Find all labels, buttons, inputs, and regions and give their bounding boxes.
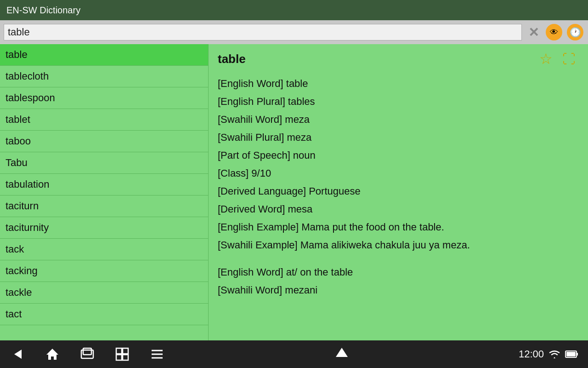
home-icon (45, 347, 59, 361)
star-outline-icon: ☆ (539, 50, 553, 68)
svg-rect-4 (116, 348, 122, 354)
main-content: tabletableclothtablespoontablettabooTabu… (0, 44, 588, 340)
svg-marker-1 (46, 349, 58, 360)
app-title: EN-SW Dictionary (6, 5, 80, 16)
search-bar: ✕ 👁 🕐 (0, 20, 588, 44)
word-list-item[interactable]: taboo (0, 131, 208, 152)
definition-line: [Swahili Word] mezani (218, 281, 579, 299)
battery-icon (565, 349, 579, 359)
back-icon (11, 347, 24, 361)
recents-icon (79, 347, 95, 361)
expand-button[interactable]: ⛶ (559, 49, 579, 69)
definition-panel: table ☆ ⛶ [English Word] table[English P… (209, 44, 588, 340)
word-list-item[interactable]: Tabu (0, 152, 208, 174)
menu-button[interactable] (149, 346, 165, 362)
grid-button[interactable] (114, 346, 130, 362)
clear-button[interactable]: ✕ (525, 23, 542, 41)
nav-bar: 12:00 (0, 340, 588, 368)
definition-lines2: [English Word] at/ on the table[Swahili … (218, 263, 579, 299)
word-list-item[interactable]: taciturn (0, 196, 208, 217)
grid-icon (115, 347, 129, 361)
back-button[interactable] (9, 346, 26, 362)
word-list-item[interactable]: table (0, 44, 208, 66)
definition-line: [Class] 9/10 (218, 164, 579, 182)
definition-line: [Swahili Word] meza (218, 110, 579, 128)
title-bar: EN-SW Dictionary (0, 0, 588, 20)
definition-line: [English Example] Mama put the food on t… (218, 218, 579, 236)
svg-rect-6 (116, 355, 122, 360)
word-list: tabletableclothtablespoontablettabooTabu… (0, 44, 209, 340)
definition-line: [English Plural] tables (218, 92, 579, 110)
nav-center (334, 346, 350, 363)
word-list-item[interactable]: tabulation (0, 174, 208, 196)
definition-line: [Derived Language] Portuguese (218, 182, 579, 200)
word-list-item[interactable]: taciturnity (0, 217, 208, 239)
definition-line: [English Word] table (218, 75, 579, 92)
eye-button[interactable]: 👁 (545, 23, 563, 41)
definition-gap (218, 254, 579, 263)
svg-rect-14 (566, 352, 576, 356)
eye-icon: 👁 (546, 24, 562, 40)
definition-line: [Derived Word] mesa (218, 200, 579, 218)
clock-button[interactable]: 🕐 (566, 23, 584, 41)
word-list-item[interactable]: tablet (0, 109, 208, 131)
word-list-item[interactable]: tackle (0, 282, 208, 304)
svg-rect-5 (123, 348, 128, 354)
home-button[interactable] (44, 346, 61, 362)
def-icons: ☆ ⛶ (536, 49, 579, 69)
svg-rect-7 (123, 355, 128, 360)
word-list-item[interactable]: tablecloth (0, 66, 208, 87)
word-list-item[interactable]: tacking (0, 260, 208, 282)
time-display: 12:00 (519, 348, 544, 360)
up-button[interactable] (334, 346, 350, 363)
word-list-item[interactable]: tact (0, 304, 208, 325)
word-list-item[interactable]: tack (0, 239, 208, 260)
nav-left (9, 346, 165, 362)
nav-right: 12:00 (519, 348, 579, 360)
recents-button[interactable] (79, 346, 96, 362)
svg-rect-13 (577, 353, 578, 356)
definition-title: table (218, 52, 246, 66)
svg-marker-0 (14, 350, 22, 359)
word-list-item[interactable]: tablespoon (0, 87, 208, 109)
svg-rect-3 (83, 348, 91, 355)
star-button[interactable]: ☆ (536, 49, 556, 69)
menu-icon (150, 347, 164, 361)
clock-icon: 🕐 (567, 24, 583, 40)
definition-header: table ☆ ⛶ (218, 49, 579, 69)
wifi-icon (548, 349, 560, 359)
svg-marker-11 (336, 348, 348, 357)
definition-line: [English Word] at/ on the table (218, 263, 579, 281)
search-input[interactable] (4, 24, 522, 40)
definition-lines: [English Word] table[English Plural] tab… (218, 75, 579, 254)
definition-line: [Swahili Example] Mama alikiweka chakula… (218, 236, 579, 254)
definition-line: [Part of Speech] noun (218, 146, 579, 164)
expand-icon: ⛶ (562, 52, 575, 67)
definition-line: [Swahili Plural] meza (218, 128, 579, 146)
up-icon (334, 346, 350, 360)
clear-icon: ✕ (528, 25, 539, 40)
